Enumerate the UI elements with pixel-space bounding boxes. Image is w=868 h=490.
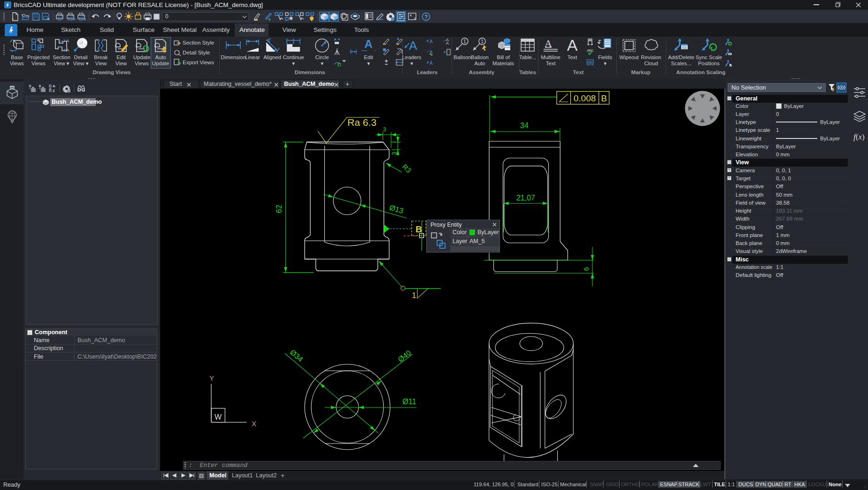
svg-text:Ra 6.3: Ra 6.3 — [347, 117, 376, 128]
svg-text:1: 1 — [412, 291, 416, 300]
svg-text:R3: R3 — [401, 162, 413, 174]
svg-text:W: W — [215, 413, 222, 421]
svg-text:34: 34 — [520, 122, 529, 130]
svg-text:A: A — [567, 38, 578, 54]
svg-text:Ø13: Ø13 — [389, 203, 405, 215]
svg-text:Z: Z — [53, 89, 55, 92]
svg-text:Ø40: Ø40 — [396, 349, 412, 364]
svg-text:A: A — [409, 38, 417, 53]
svg-text:1: 1 — [481, 39, 484, 44]
svg-text:A: A — [430, 61, 433, 66]
svg-text:B: B — [601, 93, 607, 103]
svg-text:?: ? — [424, 14, 427, 20]
svg-text:3: 3 — [391, 152, 398, 155]
svg-text:A: A — [53, 84, 55, 88]
svg-text:21,07: 21,07 — [516, 194, 535, 202]
svg-text:6: 6 — [582, 267, 590, 271]
svg-text:62: 62 — [275, 205, 283, 213]
svg-text:3: 3 — [383, 126, 386, 133]
svg-text:0.008: 0.008 — [574, 93, 596, 103]
svg-text:A: A — [430, 39, 433, 44]
svg-text:Ø34: Ø34 — [288, 348, 304, 364]
svg-text:X: X — [252, 420, 256, 428]
svg-text:Y: Y — [209, 374, 214, 382]
svg-text:A: A — [364, 38, 372, 50]
svg-text:Ø11: Ø11 — [402, 398, 416, 406]
svg-text:B: B — [415, 224, 422, 234]
